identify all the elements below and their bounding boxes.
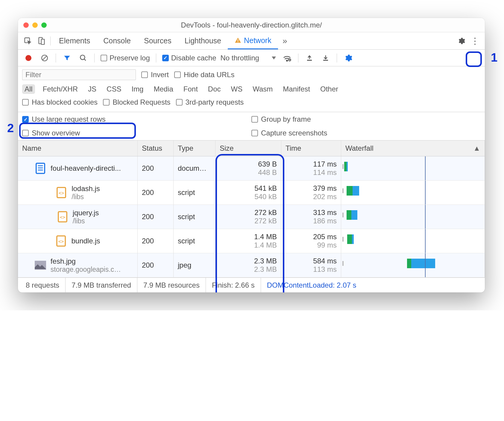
cell-size: 639 B448 B (215, 156, 281, 180)
col-status[interactable]: Status (138, 141, 174, 156)
tab-lighthouse[interactable]: Lighthouse (178, 32, 228, 49)
table-row[interactable]: <>bundle.js200script1.4 MB1.4 MB205 ms99… (18, 229, 485, 253)
network-conditions-icon[interactable] (280, 50, 294, 66)
preserve-log-toggle[interactable]: Preserve log (99, 54, 152, 62)
maximize-window-button[interactable] (41, 22, 47, 28)
blocked-requests-toggle[interactable]: Blocked Requests (103, 98, 170, 106)
cell-waterfall (341, 181, 485, 205)
has-blocked-cookies-toggle[interactable]: Has blocked cookies (22, 98, 98, 106)
js-icon: <> (55, 186, 67, 199)
network-settings-gear-icon[interactable] (341, 50, 355, 66)
table-row[interactable]: <>lodash.js/libs200script541 kB540 kB379… (18, 181, 485, 205)
col-waterfall[interactable]: Waterfall▲ (341, 141, 485, 156)
request-name: jquery.js (73, 209, 99, 217)
cell-status: 200 (138, 205, 174, 229)
cell-time: 313 ms186 ms (281, 205, 341, 229)
use-large-rows-toggle[interactable]: Use large request rows (22, 115, 251, 123)
cell-status: 200 (138, 156, 174, 180)
col-time[interactable]: Time (281, 141, 341, 156)
requests-table: Name Status Type Size Time Waterfall▲ fo… (18, 141, 485, 277)
svg-point-10 (286, 60, 288, 61)
disable-cache-checkbox[interactable] (162, 55, 169, 61)
doc-icon (34, 162, 46, 175)
third-party-toggle[interactable]: 3rd-party requests (176, 98, 244, 106)
chip-img[interactable]: Img (129, 84, 146, 94)
hide-data-urls-toggle[interactable]: Hide data URLs (174, 71, 234, 79)
chip-ws[interactable]: WS (229, 84, 245, 94)
filter-input[interactable] (22, 69, 136, 80)
svg-line-9 (84, 59, 86, 60)
table-header: Name Status Type Size Time Waterfall▲ (18, 141, 485, 156)
minimize-window-button[interactable] (32, 22, 38, 28)
chip-all[interactable]: All (22, 84, 35, 94)
status-finish: Finish: 2.66 s (206, 278, 261, 292)
more-tabs-icon[interactable]: » (278, 32, 292, 49)
chip-wasm[interactable]: Wasm (250, 84, 275, 94)
clear-icon[interactable] (38, 50, 51, 66)
inspect-icon[interactable] (21, 32, 35, 49)
export-har-icon[interactable] (319, 50, 333, 66)
chip-media[interactable]: Media (151, 84, 175, 94)
search-icon[interactable] (76, 50, 90, 66)
chip-doc[interactable]: Doc (206, 84, 223, 94)
request-name: bundle.js (71, 237, 100, 245)
cell-type: script (174, 181, 215, 205)
status-domcontentloaded: DOMContentLoaded: 2.07 s (261, 278, 362, 292)
svg-text:<>: <> (59, 190, 64, 196)
disable-cache-toggle[interactable]: Disable cache (160, 54, 218, 62)
tab-elements[interactable]: Elements (52, 32, 97, 49)
cell-size: 2.3 MB2.3 MB (215, 253, 281, 277)
cell-status: 200 (138, 253, 174, 277)
status-requests: 8 requests (20, 278, 66, 292)
cell-time: 584 ms113 ms (281, 253, 341, 277)
cell-type: docum… (174, 156, 215, 180)
invert-toggle[interactable]: Invert (141, 71, 169, 79)
preserve-log-checkbox[interactable] (101, 55, 107, 61)
filter-icon[interactable] (60, 50, 74, 66)
network-toolbar: Preserve log Disable cache No throttling (18, 50, 485, 66)
chip-css[interactable]: CSS (104, 84, 124, 94)
table-row[interactable]: <>jquery.js/libs200script272 kB272 kB313… (18, 205, 485, 229)
close-window-button[interactable] (23, 22, 29, 28)
chip-other[interactable]: Other (318, 84, 341, 94)
status-transferred: 7.9 MB transferred (66, 278, 137, 292)
record-icon[interactable] (22, 50, 35, 66)
cell-waterfall (341, 229, 485, 253)
col-type[interactable]: Type (174, 141, 215, 156)
svg-rect-3 (238, 39, 238, 41)
main-tabs: Elements Console Sources Lighthouse Netw… (18, 32, 485, 50)
tab-network[interactable]: Network (228, 32, 278, 49)
callout-label-2: 2 (7, 121, 14, 135)
col-name[interactable]: Name (18, 141, 138, 156)
titlebar: DevTools - foul-heavenly-direction.glitc… (18, 18, 485, 32)
throttling-select[interactable]: No throttling (220, 54, 277, 62)
group-by-frame-toggle[interactable]: Group by frame (251, 115, 481, 123)
sort-asc-icon: ▲ (473, 144, 480, 152)
tab-sources[interactable]: Sources (137, 32, 178, 49)
svg-line-7 (42, 56, 47, 60)
chip-fetchxhr[interactable]: Fetch/XHR (40, 84, 80, 94)
request-path: /libs (72, 193, 100, 201)
col-size[interactable]: Size (215, 141, 281, 156)
table-row[interactable]: foul-heavenly-directi...200docum…639 B44… (18, 156, 485, 181)
cell-time: 379 ms202 ms (281, 181, 341, 205)
settings-gear-icon[interactable] (454, 32, 468, 49)
chip-js[interactable]: JS (86, 84, 99, 94)
request-name: foul-heavenly-directi... (51, 164, 121, 173)
table-row[interactable]: fesh.jpgstorage.googleapis.c…200jpeg2.3 … (18, 253, 485, 277)
capture-screenshots-toggle[interactable]: Capture screenshots (251, 129, 481, 137)
filter-area: Invert Hide data URLs AllFetch/XHRJSCSSI… (18, 66, 485, 112)
cell-waterfall (341, 253, 485, 277)
kebab-menu-icon[interactable]: ⋮ (468, 32, 482, 49)
network-settings-pane: Use large request rows Group by frame Sh… (18, 112, 485, 141)
svg-text:<>: <> (58, 239, 64, 244)
tab-console[interactable]: Console (97, 32, 137, 49)
chip-manifest[interactable]: Manifest (280, 84, 312, 94)
cell-status: 200 (138, 181, 174, 205)
device-toggle-icon[interactable] (35, 32, 48, 49)
chip-font[interactable]: Font (181, 84, 200, 94)
import-har-icon[interactable] (303, 50, 316, 66)
show-overview-toggle[interactable]: Show overview (22, 129, 251, 137)
cell-size: 1.4 MB1.4 MB (215, 229, 281, 253)
svg-point-5 (25, 55, 31, 61)
